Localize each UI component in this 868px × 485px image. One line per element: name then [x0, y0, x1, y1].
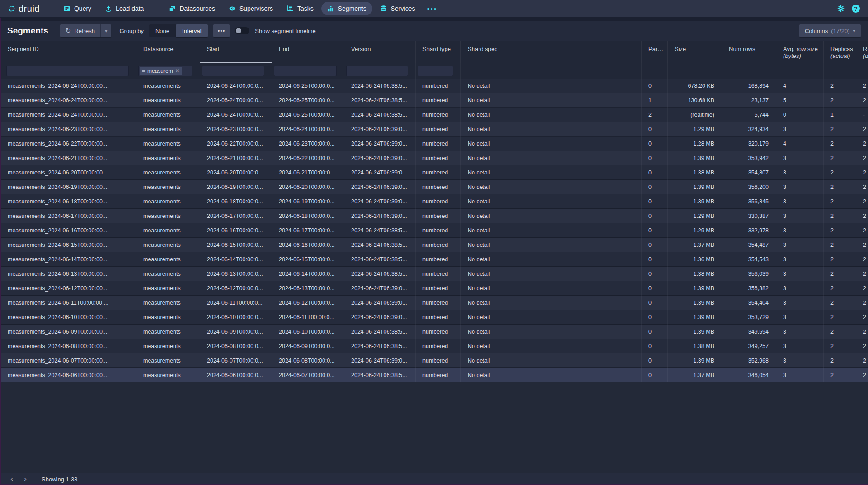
col-header-segment-id[interactable]: Segment ID [0, 41, 136, 63]
table-row[interactable]: measurements_2024-06-17T00:00:00....meas… [0, 209, 868, 223]
group-by-none-option[interactable]: None [149, 24, 176, 37]
col-header-replicas[interactable]: Replicas(actual) [824, 41, 856, 63]
table-row[interactable]: measurements_2024-06-14T00:00:00....meas… [0, 252, 868, 267]
cell-partition: 0 [642, 79, 668, 93]
refresh-interval-dropdown[interactable]: ▾ [100, 24, 112, 37]
nav-item-load-data[interactable]: Load data [99, 2, 150, 15]
cell-datasource: measurements [136, 151, 200, 165]
cell-segment-id: measurements_2024-06-22T00:00:00.... [0, 137, 136, 151]
pagination-bar: ‹ › Showing 1-33 [0, 473, 868, 485]
col-header-replication-factor[interactable]: Replication factor(desired) [856, 41, 868, 63]
cell-segment-id: measurements_2024-06-24T00:00:00.... [0, 93, 136, 108]
col-header-shard-spec[interactable]: Shard spec [461, 41, 642, 63]
table-row[interactable]: measurements_2024-06-19T00:00:00....meas… [0, 180, 868, 194]
col-header-datasource[interactable]: Datasource [136, 41, 200, 63]
segment-timeline-toggle[interactable] [235, 27, 249, 34]
datasource-filter-tag[interactable]: = measurem ✕ [140, 67, 182, 75]
nav-item-tasks[interactable]: Tasks [281, 2, 319, 15]
table-row[interactable]: measurements_2024-06-13T00:00:00....meas… [0, 267, 868, 281]
cell-end: 2024-06-17T00:00:0... [272, 223, 344, 238]
refresh-button[interactable]: ↻ Refresh [60, 24, 100, 37]
table-row[interactable]: measurements_2024-06-16T00:00:00....meas… [0, 223, 868, 238]
filter-input-version[interactable] [346, 66, 408, 76]
filter-input-shard-type[interactable] [418, 66, 453, 76]
cell-replicas: 2 [824, 93, 856, 108]
cell-segment-id: measurements_2024-06-19T00:00:00.... [0, 180, 136, 194]
cell-num-rows: 320,179 [722, 137, 776, 151]
nav-item-services[interactable]: Services [374, 2, 421, 15]
cell-datasource: measurements [136, 281, 200, 296]
gear-icon[interactable] [837, 5, 845, 12]
druid-logo[interactable]: druid [5, 4, 44, 14]
close-icon[interactable]: ✕ [175, 68, 180, 74]
cell-shard-type: numbered [416, 296, 461, 310]
table-row[interactable]: measurements_2024-06-07T00:00:00....meas… [0, 353, 868, 368]
table-row[interactable]: measurements_2024-06-23T00:00:00....meas… [0, 122, 868, 137]
showing-range-label: Showing 1-33 [42, 476, 78, 483]
cell-shard-spec: No detail [461, 267, 642, 281]
table-row[interactable]: measurements_2024-06-24T00:00:00....meas… [0, 93, 868, 108]
group-by-interval-option[interactable]: Interval [176, 24, 208, 37]
cell-version: 2024-06-24T06:39:0... [344, 122, 416, 137]
help-icon[interactable]: ? [852, 5, 860, 13]
filter-input-end[interactable] [274, 66, 337, 76]
filter-input-start[interactable] [202, 66, 264, 76]
cell-version: 2024-06-24T06:39:0... [344, 151, 416, 165]
col-header-start[interactable]: Start [200, 41, 272, 63]
more-actions-button[interactable]: ••• [213, 24, 230, 37]
cell-avg-row-size: 3 [776, 310, 824, 325]
page-title: Segments [7, 26, 48, 36]
col-header-num-rows[interactable]: Num rows [722, 41, 776, 63]
col-header-shard-type[interactable]: Shard type [416, 41, 461, 63]
cell-num-rows: 356,200 [722, 180, 776, 194]
nav-item-supervisors[interactable]: Supervisors [223, 2, 279, 15]
table-row[interactable]: measurements_2024-06-09T00:00:00....meas… [0, 325, 868, 339]
cell-segment-id: measurements_2024-06-24T00:00:00.... [0, 108, 136, 122]
table-row[interactable]: measurements_2024-06-15T00:00:00....meas… [0, 238, 868, 252]
prev-page-button[interactable]: ‹ [6, 474, 17, 484]
table-row[interactable]: measurements_2024-06-18T00:00:00....meas… [0, 194, 868, 209]
col-header-size[interactable]: Size [668, 41, 722, 63]
columns-button[interactable]: Columns (17/20) ▾ [799, 24, 861, 37]
table-row[interactable]: measurements_2024-06-06T00:00:00....meas… [0, 368, 868, 382]
table-row[interactable]: measurements_2024-06-24T00:00:00....meas… [0, 108, 868, 122]
table-row[interactable]: measurements_2024-06-11T00:00:00....meas… [0, 296, 868, 310]
cell-replicas: 2 [824, 180, 856, 194]
cell-end: 2024-06-20T00:00:0... [272, 180, 344, 194]
cell-datasource: measurements [136, 353, 200, 368]
cell-shard-spec: No detail [461, 108, 642, 122]
cell-avg-row-size: 3 [776, 165, 824, 180]
col-header-version[interactable]: Version [344, 41, 416, 63]
col-header-partition[interactable]: Partition [642, 41, 668, 63]
col-header-end[interactable]: End [272, 41, 344, 63]
table-row[interactable]: measurements_2024-06-08T00:00:00....meas… [0, 339, 868, 353]
cell-size: 1.39 MB [668, 180, 722, 194]
table-row[interactable]: measurements_2024-06-24T00:00:00....meas… [0, 79, 868, 93]
cell-replication-factor: 2 [856, 223, 868, 238]
cell-partition: 0 [642, 223, 668, 238]
nav-item-segments[interactable]: Segments [321, 2, 372, 15]
nav-item-datasources[interactable]: Datasources [163, 2, 221, 15]
cell-segment-id: measurements_2024-06-18T00:00:00.... [0, 194, 136, 209]
nav-item-label: Tasks [297, 5, 314, 12]
filter-input-segment-id[interactable] [6, 66, 129, 76]
col-header-avg-row-size[interactable]: Avg. row size(bytes) [776, 41, 824, 63]
nav-item-label: Query [74, 5, 91, 12]
cell-shard-spec: No detail [461, 353, 642, 368]
cell-datasource: measurements [136, 93, 200, 108]
table-row[interactable]: measurements_2024-06-10T00:00:00....meas… [0, 310, 868, 325]
table-row[interactable]: measurements_2024-06-22T00:00:00....meas… [0, 137, 868, 151]
filter-input-datasource[interactable]: = measurem ✕ [138, 66, 192, 76]
nav-item-query[interactable]: Query [57, 2, 97, 15]
cell-segment-id: measurements_2024-06-24T00:00:00.... [0, 79, 136, 93]
nav-more-button[interactable]: ••• [422, 5, 441, 13]
table-row[interactable]: measurements_2024-06-20T00:00:00....meas… [0, 165, 868, 180]
cell-version: 2024-06-24T06:39:0... [344, 353, 416, 368]
table-row[interactable]: measurements_2024-06-21T00:00:00....meas… [0, 151, 868, 165]
next-page-button[interactable]: › [20, 474, 31, 484]
table-row[interactable]: measurements_2024-06-12T00:00:00....meas… [0, 281, 868, 296]
cell-avg-row-size: 3 [776, 281, 824, 296]
cell-replication-factor: 2 [856, 267, 868, 281]
cell-size: 1.38 MB [668, 267, 722, 281]
columns-label: Columns [805, 28, 828, 34]
